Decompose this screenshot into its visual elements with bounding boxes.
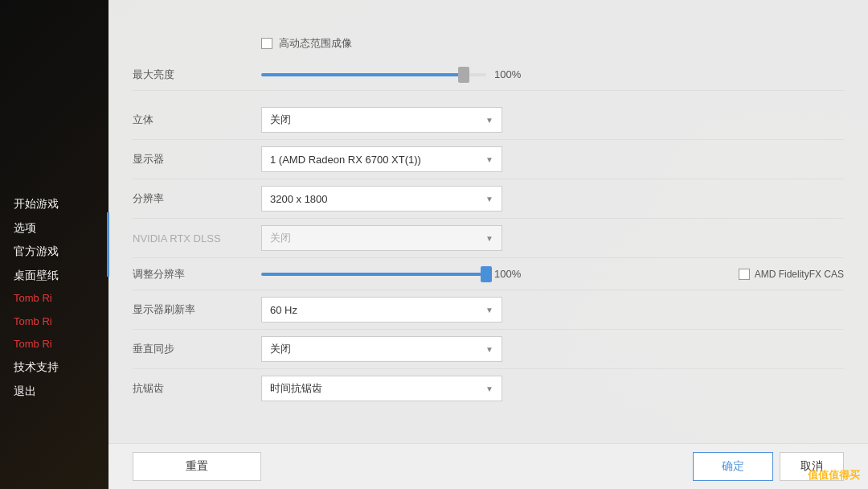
anti-aliasing-control: 时间抗锯齿 ▼ [261, 376, 844, 401]
hdr-label: 高动态范围成像 [279, 36, 352, 51]
sidebar-item-wallpaper[interactable]: 桌面壁纸 [12, 265, 104, 287]
anti-aliasing-select[interactable]: 时间抗锯齿 ▼ [261, 376, 502, 401]
anti-aliasing-row: 抗锯齿 时间抗锯齿 ▼ [133, 369, 844, 408]
brightness-track[interactable] [261, 73, 486, 76]
dlss-row: NVIDIA RTX DLSS 关闭 ▼ [133, 219, 844, 258]
dlss-value: 关闭 [270, 231, 291, 245]
dlss-select: 关闭 ▼ [261, 225, 502, 251]
display-arrow: ▼ [485, 155, 493, 164]
stereo-value: 关闭 [270, 113, 291, 127]
display-label: 显示器 [133, 152, 261, 166]
sidebar-item-official-guide[interactable]: 官方游戏 [12, 240, 104, 263]
res-scale-row: 调整分辨率 100% AMD FidelityFX CAS [133, 258, 844, 290]
anti-aliasing-arrow: ▼ [485, 384, 493, 393]
brightness-thumb[interactable] [458, 67, 469, 83]
stereo-row: 立体 关闭 ▼ [133, 101, 844, 140]
refresh-rate-arrow: ▼ [485, 306, 493, 314]
resolution-value: 3200 x 1800 [270, 193, 328, 205]
display-select[interactable]: 1 (AMD Radeon RX 6700 XT(1)) ▼ [261, 146, 502, 172]
resolution-arrow: ▼ [485, 195, 493, 203]
dlss-control: 关闭 ▼ [261, 225, 844, 251]
hdr-row: 高动态范围成像 [261, 28, 844, 59]
refresh-rate-control: 60 Hz ▼ [261, 297, 844, 323]
vsync-value: 关闭 [270, 342, 291, 356]
res-scale-track[interactable] [261, 273, 486, 276]
sidebar-item-tomb-r2[interactable]: Tomb Ri [12, 311, 104, 332]
sidebar-item-tomb-r3[interactable]: Tomb Ri [12, 334, 104, 355]
res-scale-fill [261, 273, 486, 276]
resolution-control: 3200 x 1800 ▼ [261, 186, 844, 212]
dlss-label: NVIDIA RTX DLSS [133, 232, 261, 244]
sidebar-item-options[interactable]: 选项 [12, 217, 104, 240]
res-scale-control: 100% AMD FidelityFX CAS [261, 268, 844, 280]
settings-dialog: 高动态范围成像 最大亮度 100% 立体 关闭 [108, 0, 868, 489]
refresh-rate-row: 显示器刷新率 60 Hz ▼ [133, 290, 844, 330]
left-indicator [107, 212, 109, 277]
res-scale-label: 调整分辨率 [133, 267, 261, 281]
dialog-footer: 重置 确定 取消 [108, 443, 868, 489]
sidebar-item-exit[interactable]: 退出 [12, 380, 104, 403]
anti-aliasing-label: 抗锯齿 [133, 381, 261, 396]
reset-button[interactable]: 重置 [133, 452, 261, 481]
dialog-content: 高动态范围成像 最大亮度 100% 立体 关闭 [108, 0, 868, 443]
vsync-arrow: ▼ [485, 345, 493, 354]
sidebar: 开始游戏 选项 官方游戏 桌面壁纸 Tomb Ri Tomb Ri Tomb R… [0, 0, 113, 489]
sidebar-item-tomb-r1[interactable]: Tomb Ri [12, 288, 104, 309]
brightness-label: 最大亮度 [133, 68, 261, 82]
dlss-arrow: ▼ [485, 234, 493, 243]
amd-cas-container: AMD FidelityFX CAS [739, 269, 844, 280]
brightness-fill [261, 73, 464, 76]
sidebar-item-tech-support[interactable]: 技术支持 [12, 356, 104, 379]
vsync-row: 垂直同步 关闭 ▼ [133, 330, 844, 369]
brightness-slider-container: 100% [261, 68, 844, 80]
watermark-icon: 值 [808, 469, 818, 481]
display-control: 1 (AMD Radeon RX 6700 XT(1)) ▼ [261, 146, 844, 172]
brightness-value: 100% [494, 68, 530, 80]
stereo-arrow: ▼ [485, 116, 493, 125]
refresh-rate-label: 显示器刷新率 [133, 302, 261, 317]
resolution-label: 分辨率 [133, 191, 261, 206]
watermark: 值值值得买 [808, 468, 860, 483]
stereo-label: 立体 [133, 113, 261, 127]
refresh-rate-value: 60 Hz [270, 304, 297, 316]
hdr-checkbox[interactable] [261, 38, 272, 49]
anti-aliasing-value: 时间抗锯齿 [270, 381, 322, 396]
resolution-row: 分辨率 3200 x 1800 ▼ [133, 179, 844, 219]
confirm-button[interactable]: 确定 [693, 452, 773, 481]
stereo-control: 关闭 ▼ [261, 107, 844, 133]
vsync-label: 垂直同步 [133, 342, 261, 356]
resolution-select[interactable]: 3200 x 1800 ▼ [261, 186, 502, 212]
res-scale-thumb[interactable] [481, 266, 492, 282]
amd-cas-label: AMD FidelityFX CAS [755, 269, 844, 280]
res-scale-value: 100% [494, 268, 530, 280]
display-row: 显示器 1 (AMD Radeon RX 6700 XT(1)) ▼ [133, 140, 844, 179]
brightness-control: 100% [261, 68, 844, 80]
stereo-select[interactable]: 关闭 ▼ [261, 107, 502, 133]
brightness-row: 最大亮度 100% [133, 59, 844, 91]
sidebar-item-start-game[interactable]: 开始游戏 [12, 193, 104, 216]
display-value: 1 (AMD Radeon RX 6700 XT(1)) [270, 154, 421, 166]
res-scale-slider-container: 100% [261, 268, 723, 280]
vsync-control: 关闭 ▼ [261, 336, 844, 362]
amd-cas-checkbox[interactable] [739, 269, 750, 280]
vsync-select[interactable]: 关闭 ▼ [261, 336, 502, 362]
refresh-rate-select[interactable]: 60 Hz ▼ [261, 297, 502, 323]
